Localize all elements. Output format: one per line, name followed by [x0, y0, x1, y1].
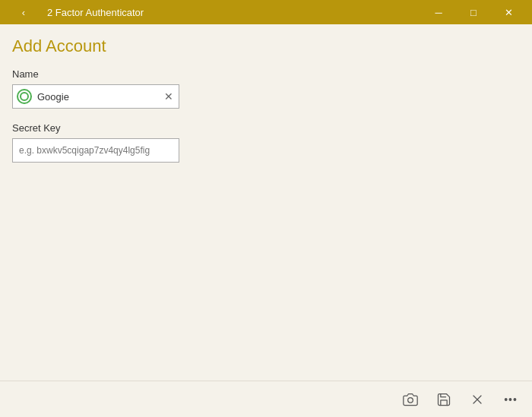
title-bar: ‹ 2 Factor Authenticator ─ □ ✕ [0, 0, 532, 24]
name-label: Name [12, 68, 520, 80]
minimize-button[interactable]: ─ [421, 0, 456, 24]
secret-key-input[interactable] [12, 138, 179, 163]
window-controls: ─ □ ✕ [421, 0, 526, 24]
camera-button[interactable] [395, 384, 426, 415]
save-button[interactable] [429, 384, 459, 415]
app-title: 2 Factor Authenticator [47, 7, 421, 18]
main-content: Add Account Name ✕ Secret Key [0, 24, 532, 381]
name-field-wrapper: ✕ [12, 84, 179, 109]
maximize-button[interactable]: □ [456, 0, 491, 24]
page-title: Add Account [12, 36, 520, 56]
name-clear-button[interactable]: ✕ [161, 89, 176, 104]
close-button[interactable]: ✕ [491, 0, 526, 24]
svg-point-0 [408, 397, 413, 403]
name-input[interactable] [12, 84, 179, 109]
more-options-button[interactable]: ••• [496, 384, 526, 415]
back-button[interactable]: ‹ [6, 0, 41, 24]
bottom-toolbar: ••• [0, 381, 532, 417]
discard-button[interactable] [462, 384, 492, 415]
secret-key-label: Secret Key [12, 122, 520, 134]
account-icon [17, 89, 32, 104]
